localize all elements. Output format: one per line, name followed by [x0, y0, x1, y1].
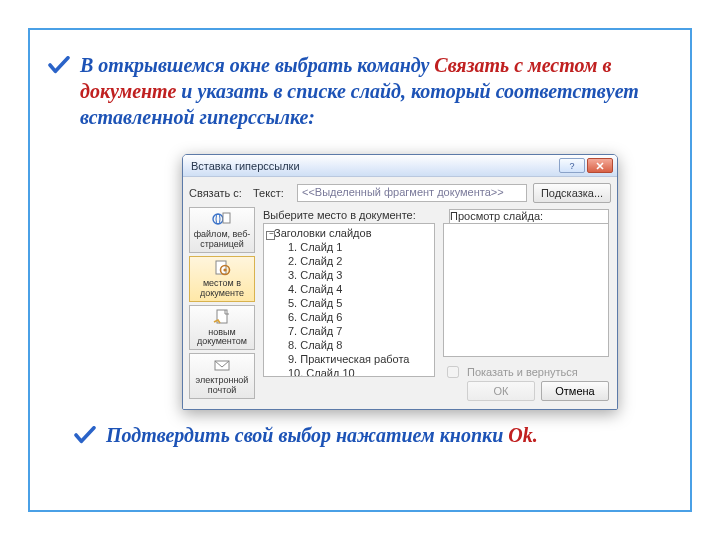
tree-children: 1. Слайд 1 2. Слайд 2 3. Слайд 3 4. Слай… — [268, 240, 430, 377]
sidebar-item-file-web[interactable]: файлом, веб-страницей — [189, 207, 255, 253]
instr2-a: Подтвердить свой выбор нажатием кнопки — [106, 424, 508, 446]
sidebar-item-place-in-doc[interactable]: местом в документе — [189, 256, 255, 302]
tree-item[interactable]: 1. Слайд 1 — [288, 240, 430, 254]
instruction-1-text: В открывшемся окне выбрать команду Связа… — [80, 52, 672, 130]
dialog-body: Связать с: Текст: <<Выделенный фрагмент … — [183, 177, 617, 409]
tree-item[interactable]: 3. Слайд 3 — [288, 268, 430, 282]
link-with-label: Связать с: — [189, 187, 247, 199]
show-and-return-checkbox[interactable] — [447, 366, 459, 378]
slide-frame: В открывшемся окне выбрать команду Связа… — [28, 28, 692, 512]
tree-item[interactable]: 9. Практическая работа — [288, 352, 430, 366]
link-to-sidebar: файлом, веб-страницей местом в документе… — [189, 207, 255, 375]
dialog-titlebar[interactable]: Вставка гиперссылки ? — [183, 155, 617, 177]
sidebar-item-label: файлом, веб-страницей — [192, 230, 252, 250]
tree-item[interactable]: 6. Слайд 6 — [288, 310, 430, 324]
show-and-return-row: Показать и вернуться — [443, 363, 578, 381]
document-place-tree[interactable]: − Заголовки слайдов 1. Слайд 1 2. Слайд … — [263, 223, 435, 377]
ok-button[interactable]: ОК — [467, 381, 535, 401]
tree-root[interactable]: − Заголовки слайдов — [268, 226, 430, 240]
dialog-title: Вставка гиперссылки — [191, 160, 300, 172]
dialog-button-row: ОК Отмена — [467, 381, 609, 401]
instr1-a: В открывшемся окне выбрать команду — [80, 54, 434, 76]
tree-item[interactable]: 2. Слайд 2 — [288, 254, 430, 268]
instruction-2-text: Подтвердить свой выбор нажатием кнопки O… — [106, 422, 538, 448]
collapse-icon[interactable]: − — [267, 229, 276, 238]
sidebar-item-label: электронной почтой — [192, 376, 252, 396]
sidebar-item-label: местом в документе — [192, 279, 252, 299]
checkmark-icon — [48, 56, 70, 74]
svg-point-1 — [213, 214, 223, 224]
text-display-field[interactable]: <<Выделенный фрагмент документа>> — [297, 184, 527, 202]
sidebar-item-email[interactable]: электронной почтой — [189, 353, 255, 399]
slide-preview-pane — [443, 223, 609, 357]
choose-place-label: Выберите место в документе: — [263, 209, 416, 221]
text-label: Текст: — [253, 187, 291, 199]
tree-item[interactable]: 8. Слайд 8 — [288, 338, 430, 352]
svg-point-2 — [216, 214, 220, 224]
window-close-button[interactable] — [587, 158, 613, 173]
svg-text:?: ? — [569, 161, 574, 171]
tree-item[interactable]: 7. Слайд 7 — [288, 324, 430, 338]
instruction-2: Подтвердить свой выбор нажатием кнопки O… — [30, 422, 690, 448]
tree-item[interactable]: 4. Слайд 4 — [288, 282, 430, 296]
checkmark-icon — [74, 426, 96, 444]
tree-item[interactable]: 5. Слайд 5 — [288, 296, 430, 310]
email-icon — [211, 356, 233, 374]
slide-stage: В открывшемся окне выбрать команду Связа… — [0, 0, 720, 540]
tree-root-label: Заголовки слайдов — [274, 227, 372, 239]
instr2-b: Ok. — [508, 424, 537, 446]
window-help-button[interactable]: ? — [559, 158, 585, 173]
sidebar-item-label: новым документом — [192, 328, 252, 348]
dialog-top-row: Связать с: Текст: <<Выделенный фрагмент … — [189, 183, 611, 203]
svg-point-6 — [223, 268, 226, 271]
globe-file-icon — [211, 210, 233, 228]
sidebar-item-new-doc[interactable]: новым документом — [189, 305, 255, 351]
show-and-return-label: Показать и вернуться — [467, 366, 578, 378]
svg-rect-3 — [223, 213, 230, 223]
tree-item[interactable]: 10. Слайд 10 — [288, 366, 430, 377]
tooltip-button[interactable]: Подсказка... — [533, 183, 611, 203]
instruction-1: В открывшемся окне выбрать команду Связа… — [30, 52, 690, 130]
place-in-document-icon — [211, 259, 233, 277]
cancel-button[interactable]: Отмена — [541, 381, 609, 401]
new-document-icon — [211, 308, 233, 326]
window-buttons: ? — [559, 158, 613, 173]
insert-hyperlink-dialog: Вставка гиперссылки ? Связать с: Текст: … — [182, 154, 618, 410]
